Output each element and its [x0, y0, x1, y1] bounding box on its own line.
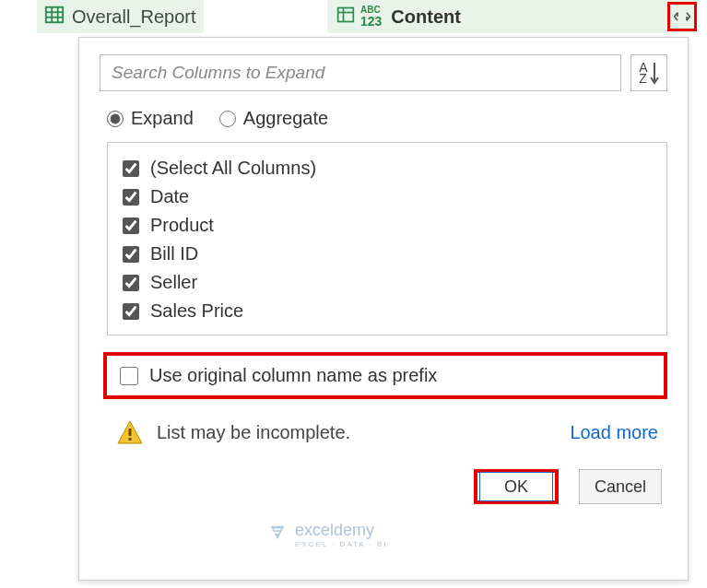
- dialog-buttons: OK Cancel: [100, 469, 667, 504]
- radio-expand-input[interactable]: [107, 111, 124, 127]
- column-checkbox[interactable]: [123, 303, 139, 320]
- query-name-label: Overall_Report: [72, 6, 196, 28]
- expand-columns-popup: AZ Expand Aggregate (Select All Columns)…: [78, 37, 689, 581]
- column-item[interactable]: Seller: [121, 268, 654, 297]
- svg-rect-0: [46, 6, 63, 22]
- warning-text: List may be incomplete.: [157, 422, 570, 443]
- column-checkbox[interactable]: [123, 218, 139, 234]
- table-icon: [44, 5, 65, 29]
- use-prefix-label: Use original column name as prefix: [149, 365, 437, 386]
- column-checkbox[interactable]: [123, 189, 139, 206]
- column-label: Sales Price: [150, 300, 243, 322]
- radio-expand[interactable]: Expand: [107, 108, 194, 129]
- column-type-control[interactable]: ABC 123: [336, 6, 382, 28]
- column-label: Seller: [150, 272, 197, 293]
- column-checkbox[interactable]: [123, 246, 139, 263]
- radio-aggregate[interactable]: Aggregate: [219, 108, 328, 129]
- type-123-label: 123: [360, 15, 382, 28]
- load-more-link[interactable]: Load more: [570, 422, 658, 443]
- sort-az-icon: AZ: [639, 62, 647, 84]
- select-all-checkbox[interactable]: [123, 160, 139, 177]
- column-item[interactable]: Sales Price: [121, 297, 654, 325]
- use-prefix-option[interactable]: Use original column name as prefix: [103, 352, 667, 399]
- column-label: Product: [150, 215, 214, 236]
- column-item[interactable]: Product: [121, 211, 654, 240]
- warning-icon: [116, 419, 144, 445]
- column-name-label: Content: [391, 6, 461, 28]
- svg-rect-10: [129, 438, 132, 441]
- use-prefix-checkbox[interactable]: [120, 367, 138, 385]
- svg-rect-9: [129, 429, 132, 436]
- column-label: Date: [150, 186, 189, 207]
- svg-rect-5: [338, 8, 354, 22]
- column-label: Bill ID: [150, 243, 198, 265]
- column-checkbox[interactable]: [123, 275, 139, 291]
- cancel-button[interactable]: Cancel: [579, 469, 662, 504]
- query-item[interactable]: Overall_Report: [37, 0, 204, 33]
- ok-button[interactable]: OK: [479, 472, 553, 501]
- expand-mode-radiogroup: Expand Aggregate: [107, 108, 667, 129]
- columns-list: (Select All Columns) Date Product Bill I…: [107, 142, 667, 335]
- expand-column-button[interactable]: [667, 2, 697, 31]
- warning-row: List may be incomplete. Load more: [116, 419, 667, 445]
- radio-expand-label: Expand: [131, 108, 194, 129]
- ok-button-highlight: OK: [474, 469, 559, 504]
- radio-aggregate-input[interactable]: [219, 111, 236, 127]
- select-all-label: (Select All Columns): [150, 158, 316, 179]
- select-all-columns[interactable]: (Select All Columns): [121, 154, 654, 182]
- sort-az-button[interactable]: AZ: [630, 54, 667, 91]
- table-icon: [336, 6, 355, 28]
- column-item[interactable]: Bill ID: [121, 240, 654, 268]
- column-item[interactable]: Date: [121, 182, 654, 211]
- radio-aggregate-label: Aggregate: [243, 108, 328, 129]
- search-columns-input[interactable]: [100, 54, 621, 91]
- column-header[interactable]: ABC 123 Content: [327, 0, 699, 33]
